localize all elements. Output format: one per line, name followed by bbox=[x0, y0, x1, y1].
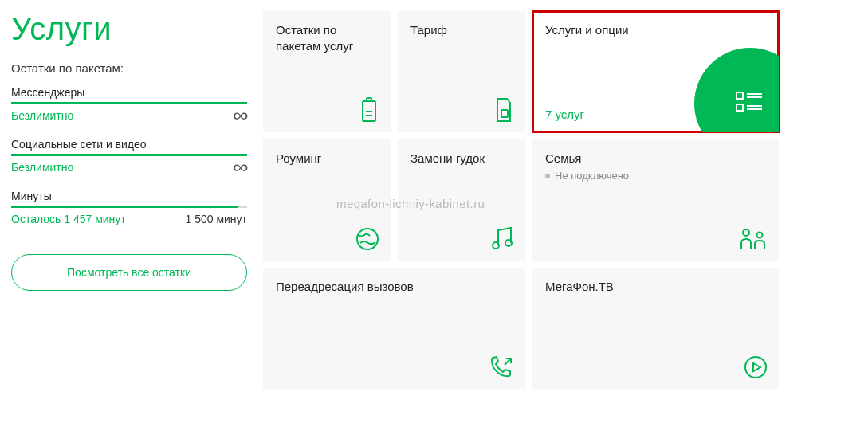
svg-rect-8 bbox=[736, 104, 743, 111]
battery-icon bbox=[359, 97, 379, 123]
usage-right-value: 1 500 минут bbox=[185, 213, 247, 225]
usage-label: Минуты bbox=[11, 190, 247, 202]
card-tariff[interactable]: Тариф bbox=[398, 11, 525, 132]
svg-rect-5 bbox=[736, 92, 743, 99]
progress-bar bbox=[11, 154, 247, 156]
status-text: Не подключено bbox=[555, 170, 629, 182]
status-dot-icon bbox=[545, 174, 550, 178]
svg-rect-1 bbox=[367, 98, 371, 101]
infinity-icon: ∞ bbox=[233, 110, 249, 121]
svg-point-11 bbox=[357, 229, 378, 249]
sim-icon bbox=[493, 97, 514, 123]
people-icon bbox=[739, 227, 768, 251]
page-title: Услуги bbox=[11, 11, 247, 47]
svg-rect-4 bbox=[501, 110, 508, 117]
card-footer: 7 услуг bbox=[545, 108, 584, 121]
card-family[interactable]: Семья Не подключено bbox=[532, 139, 779, 261]
view-all-button[interactable]: Посмотреть все остатки bbox=[11, 254, 247, 291]
svg-point-15 bbox=[757, 233, 763, 238]
usage-messengers: Мессенджеры Безлимитно ∞ bbox=[11, 86, 247, 122]
card-status: Не подключено bbox=[545, 170, 766, 182]
sidebar-subtitle: Остатки по пакетам: bbox=[11, 61, 247, 75]
usage-left-value: Осталось 1 457 минут bbox=[11, 213, 126, 225]
phone-forward-icon bbox=[489, 354, 514, 379]
progress-bar bbox=[11, 102, 247, 104]
corner-accent bbox=[694, 48, 779, 132]
usage-social: Социальные сети и видео Безлимитно ∞ bbox=[11, 138, 247, 174]
usage-minutes: Минуты Осталось 1 457 минут 1 500 минут bbox=[11, 190, 247, 225]
card-title: Замени гудок bbox=[410, 151, 513, 167]
card-title: Остатки по пакетам услуг bbox=[276, 22, 378, 55]
list-grid-icon bbox=[736, 91, 763, 115]
svg-point-14 bbox=[743, 229, 749, 236]
music-icon bbox=[490, 225, 514, 251]
card-title: Тариф bbox=[410, 22, 513, 38]
usage-left-value: Безлимитно bbox=[11, 109, 73, 122]
play-icon bbox=[744, 355, 768, 379]
card-services-options[interactable]: Услуги и опции 7 услуг bbox=[532, 11, 779, 132]
card-title: МегаФон.ТВ bbox=[545, 279, 766, 295]
card-roaming[interactable]: Роуминг bbox=[263, 139, 391, 261]
svg-point-16 bbox=[745, 357, 766, 378]
usage-label: Социальные сети и видео bbox=[11, 138, 247, 151]
usage-left-value: Безлимитно bbox=[11, 161, 73, 174]
card-title: Переадресация вызовов bbox=[276, 279, 513, 295]
card-title: Семья bbox=[545, 151, 766, 167]
card-forwarding[interactable]: Переадресация вызовов bbox=[263, 268, 525, 389]
card-title: Услуги и опции bbox=[545, 22, 766, 38]
cards-grid: Остатки по пакетам услуг Тариф Услуги и … bbox=[263, 11, 779, 389]
usage-label: Мессенджеры bbox=[11, 86, 247, 99]
globe-icon bbox=[355, 227, 379, 251]
infinity-icon: ∞ bbox=[233, 162, 249, 173]
card-title: Роуминг bbox=[276, 151, 378, 167]
card-remains[interactable]: Остатки по пакетам услуг bbox=[263, 11, 391, 132]
card-ringtone[interactable]: Замени гудок bbox=[398, 139, 525, 261]
card-tv[interactable]: МегаФон.ТВ bbox=[532, 268, 779, 389]
sidebar: Услуги Остатки по пакетам: Мессенджеры Б… bbox=[11, 11, 247, 389]
progress-bar bbox=[11, 206, 247, 208]
